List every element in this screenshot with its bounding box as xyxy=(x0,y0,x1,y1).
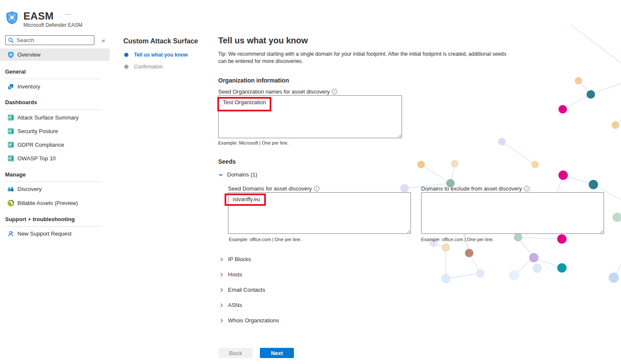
chevron-right-icon xyxy=(219,257,224,262)
page-title: Tell us what you know xyxy=(218,36,308,46)
step-dot-idle xyxy=(124,65,128,69)
info-icon[interactable]: i xyxy=(524,186,530,191)
sidebar-item-security-posture[interactable]: Security Posture xyxy=(0,125,110,137)
organization-example-text: Example: Microsoft | One per line. xyxy=(218,140,288,145)
info-icon[interactable]: i xyxy=(332,89,337,94)
divider xyxy=(5,226,101,227)
sidebar-item-billable-assets[interactable]: $ Billable Assets (Preview) xyxy=(0,197,110,209)
hosts-group-toggle[interactable]: Hosts xyxy=(219,271,242,278)
sidebar-item-owasp-top-10[interactable]: OWASP Top 10 xyxy=(0,152,110,165)
sidebar-item-label: Discovery xyxy=(17,186,42,192)
chevron-right-icon xyxy=(219,287,224,293)
billable-icon: $ xyxy=(7,200,14,207)
group-label: Email Contacts xyxy=(228,287,265,293)
step-label: Tell us what you know xyxy=(134,52,188,58)
support-person-icon xyxy=(7,230,14,237)
svg-text:$: $ xyxy=(9,202,11,205)
overview-shield-icon xyxy=(7,51,14,58)
sidebar-section-general: General xyxy=(5,68,26,75)
chevron-right-icon xyxy=(219,303,224,308)
ip-blocks-group-toggle[interactable]: IP Blocks xyxy=(219,256,251,262)
sidebar-item-overview[interactable]: Overview xyxy=(0,48,110,61)
chevron-down-icon xyxy=(218,172,223,177)
group-label: IP Blocks xyxy=(228,256,251,262)
sidebar-collapse-button[interactable]: « xyxy=(99,36,108,44)
organization-information-heading: Organization information xyxy=(218,77,289,84)
sidebar-item-label: Inventory xyxy=(17,83,40,90)
wizard-step-confirmation[interactable]: Confirmation xyxy=(124,64,163,70)
exclude-domains-label: Domains to exclude from asset discovery … xyxy=(421,185,530,192)
dashboard-icon xyxy=(7,155,14,162)
seed-organization-textarea[interactable]: Test Organization xyxy=(218,95,402,138)
seed-domains-textarea[interactable]: istvanffy.eu xyxy=(228,192,411,234)
seed-organization-label: Seed Organization names for asset discov… xyxy=(218,88,337,95)
seeds-heading: Seeds xyxy=(218,158,236,165)
sidebar-item-inventory[interactable]: Inventory xyxy=(0,80,110,93)
info-icon[interactable]: i xyxy=(314,186,319,191)
sidebar-section-dashboards: Dashboards xyxy=(5,99,37,105)
exclude-domains-example-text: Example: office.com | One per line. xyxy=(421,237,494,242)
sidebar: EASM ... Microsoft Defender EASM « Overv… xyxy=(0,0,110,364)
search-input[interactable] xyxy=(17,37,91,43)
email-contacts-group-toggle[interactable]: Email Contacts xyxy=(219,287,265,293)
sidebar-item-label: GDPR Compliance xyxy=(17,142,64,148)
sidebar-item-label: Security Posture xyxy=(17,128,58,134)
sidebar-item-new-support-request[interactable]: New Support Request xyxy=(0,228,110,240)
sidebar-section-support: Support + troubleshooting xyxy=(5,216,75,222)
more-options-button[interactable]: ... xyxy=(65,9,71,16)
group-label: Whois Organizations xyxy=(228,317,279,324)
sidebar-item-label: OWASP Top 10 xyxy=(17,155,56,162)
search-icon xyxy=(8,37,14,43)
sidebar-item-label: New Support Request xyxy=(17,230,71,237)
dashboard-icon xyxy=(7,114,14,121)
asns-group-toggle[interactable]: ASNs xyxy=(219,302,242,308)
dashboard-icon xyxy=(7,142,14,148)
domains-group-toggle[interactable]: Domains (1) xyxy=(218,171,257,178)
tip-text: Tip: We recommend starting with a single… xyxy=(218,51,516,65)
easm-logo-icon xyxy=(6,11,18,26)
seed-domains-example-text: Example: office.com | One per line. xyxy=(229,237,302,242)
inventory-icon xyxy=(7,83,14,90)
step-label: Confirmation xyxy=(134,64,163,70)
divider xyxy=(5,109,101,110)
group-label: ASNs xyxy=(228,302,242,308)
whois-organizations-group-toggle[interactable]: Whois Organizations xyxy=(219,317,279,324)
exclude-domains-textarea[interactable] xyxy=(421,192,604,234)
wizard-title: Custom Attack Surface xyxy=(123,37,198,45)
dashboard-icon xyxy=(7,128,14,135)
sidebar-item-attack-surface-summary[interactable]: Attack Surface Summary xyxy=(0,111,110,124)
domains-group-label: Domains (1) xyxy=(227,171,257,178)
sidebar-item-label: Attack Surface Summary xyxy=(17,114,79,121)
divider xyxy=(5,79,101,79)
binoculars-icon xyxy=(7,186,14,193)
app-subtitle: Microsoft Defender EASM xyxy=(23,22,83,28)
sidebar-item-label: Billable Assets (Preview) xyxy=(17,200,78,206)
divider xyxy=(5,182,101,182)
wizard-step-tell-us[interactable]: Tell us what you know xyxy=(124,52,188,58)
app-title: EASM xyxy=(23,10,54,22)
sidebar-item-label: Overview xyxy=(17,51,40,58)
next-button[interactable]: Next xyxy=(260,348,294,358)
sidebar-section-manage: Manage xyxy=(5,171,26,178)
chevron-right-icon xyxy=(219,272,224,277)
sidebar-item-gdpr-compliance[interactable]: GDPR Compliance xyxy=(0,139,110,151)
step-dot-active xyxy=(124,53,128,57)
search-box xyxy=(5,35,94,45)
sidebar-item-discovery[interactable]: Discovery xyxy=(0,183,110,195)
back-button[interactable]: Back xyxy=(219,348,253,358)
seed-domains-label: Seed Domains for asset discovery i xyxy=(228,185,319,192)
chevron-right-icon xyxy=(219,318,224,323)
group-label: Hosts xyxy=(228,271,242,278)
